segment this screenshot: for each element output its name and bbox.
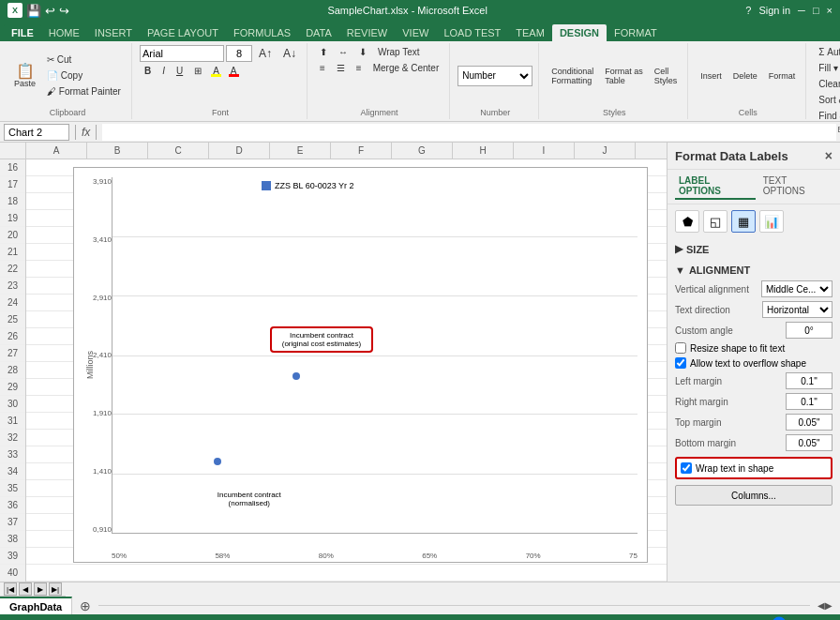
minimize-button[interactable]: ─ (798, 5, 805, 16)
gridline (112, 295, 638, 296)
decrease-font-button[interactable]: A↓ (278, 45, 301, 62)
font-size-input[interactable] (226, 45, 252, 62)
layout-icon-button[interactable]: ▦ (731, 210, 756, 233)
wrap-text-checkbox[interactable] (681, 462, 692, 474)
fill-icon-button[interactable]: ⬟ (675, 210, 699, 233)
data-label-1-text: Incumbent contract (original cost estima… (282, 331, 361, 348)
resize-shape-checkbox[interactable] (675, 342, 686, 354)
font-name-input[interactable] (140, 45, 224, 62)
formula-input[interactable] (102, 124, 836, 141)
align-top-button[interactable]: ⬆ (315, 45, 332, 59)
y-label-5: 1,910 (76, 409, 112, 417)
scroll-track[interactable] (66, 582, 840, 597)
vertical-alignment-select[interactable]: Middle Ce... Top Middle Bottom (761, 280, 832, 297)
underline-button[interactable]: U (172, 64, 188, 78)
conditional-formatting-button[interactable]: ConditionalFormatting (547, 64, 598, 88)
sheet-tab-graphdata[interactable]: GraphData (0, 597, 72, 614)
custom-angle-input[interactable] (786, 322, 832, 339)
tab-team[interactable]: TEAM (508, 24, 552, 41)
quick-access-undo[interactable]: ↩ (45, 4, 55, 18)
bottom-margin-input[interactable] (786, 434, 832, 451)
alignment-header[interactable]: ▼ ALIGNMENT (675, 262, 832, 279)
tab-formulas[interactable]: FORMULAS (226, 24, 298, 41)
data-label-1[interactable]: Incumbent contract (original cost estima… (270, 326, 373, 353)
increase-font-button[interactable]: A↑ (254, 45, 277, 62)
format-as-table-button[interactable]: Format asTable (600, 64, 648, 88)
border-icon-button[interactable]: ◱ (703, 210, 728, 233)
top-margin-input[interactable] (786, 414, 832, 431)
close-button[interactable]: × (827, 5, 832, 16)
gridline (112, 474, 638, 475)
tab-design[interactable]: DESIGN (552, 24, 607, 41)
right-margin-input[interactable] (786, 393, 832, 410)
paste-button[interactable]: 📋 Paste (9, 61, 40, 91)
tab-label-options[interactable]: LABEL OPTIONS (675, 174, 756, 200)
styles-label: Styles (547, 106, 682, 117)
tab-view[interactable]: VIEW (395, 24, 436, 41)
italic-button[interactable]: I (158, 64, 170, 78)
name-box[interactable] (4, 124, 69, 141)
wrap-text-button[interactable]: Wrap Text (373, 45, 425, 59)
tab-home[interactable]: HOME (41, 24, 87, 41)
quick-access-redo[interactable]: ↪ (59, 4, 69, 18)
left-margin-input[interactable] (786, 372, 832, 389)
insert-button[interactable]: Insert (696, 68, 727, 83)
sort-filter-button[interactable]: Sort & Filter ▾ (814, 93, 840, 107)
tab-insert[interactable]: INSERT (87, 24, 140, 41)
copy-button[interactable]: 📄 Copy (42, 68, 126, 83)
tab-format[interactable]: FORMAT (607, 24, 665, 41)
scroll-last-button[interactable]: ▶| (49, 582, 62, 596)
sign-in-button[interactable]: Sign in (758, 5, 790, 16)
number-format-select[interactable]: Number General Currency (458, 66, 532, 86)
scroll-prev-button[interactable]: ◀ (19, 582, 32, 596)
align-bottom-button[interactable]: ⬇ (354, 45, 371, 59)
cell-styles-button[interactable]: CellStyles (650, 64, 682, 88)
add-sheet-button[interactable]: ⊕ (72, 597, 98, 615)
tab-text-options[interactable]: TEXT OPTIONS (759, 174, 832, 200)
format-button[interactable]: Format (764, 68, 801, 83)
cells-area[interactable]: ZZS BL 60-0023 Yr 2 Millions 3,910 3,410… (26, 159, 667, 582)
cells-label: Cells (696, 106, 800, 117)
clear-button[interactable]: Clear = (814, 77, 840, 91)
scroll-indicator: ◀▶ (810, 600, 840, 611)
alignment-section-label: ALIGNMENT (689, 265, 750, 276)
tab-page-layout[interactable]: PAGE LAYOUT (140, 24, 226, 41)
tab-review[interactable]: REVIEW (339, 24, 395, 41)
vertical-alignment-label: Vertical alignment (675, 284, 749, 295)
quick-access-save[interactable]: 💾 (26, 4, 41, 18)
align-center-button[interactable]: ☰ (332, 61, 350, 75)
fill-button[interactable]: Fill ▾ (814, 61, 840, 75)
scroll-first-button[interactable]: |◀ (4, 582, 17, 596)
help-button[interactable]: ? (745, 5, 751, 16)
align-right-button[interactable]: ≡ (352, 61, 367, 75)
allow-overflow-checkbox[interactable] (675, 357, 686, 369)
fill-color-button[interactable]: A (208, 64, 224, 78)
title-bar-controls: ? Sign in ─ □ × (745, 5, 832, 16)
bold-button[interactable]: B (140, 64, 156, 78)
merge-center-button[interactable]: Merge & Center (368, 61, 444, 75)
font-color-button[interactable]: A (226, 64, 242, 78)
panel-close-button[interactable]: × (825, 148, 832, 163)
maximize-button[interactable]: □ (813, 5, 819, 16)
chart-container[interactable]: ZZS BL 60-0023 Yr 2 Millions 3,910 3,410… (73, 167, 648, 563)
cut-button[interactable]: ✂ Cut (42, 53, 126, 67)
tab-file[interactable]: FILE (4, 24, 41, 41)
align-middle-button[interactable]: ↔ (334, 45, 352, 59)
align-left-button[interactable]: ≡ (315, 61, 330, 75)
autosum-button[interactable]: Σ AutoSum ▾ (814, 45, 840, 59)
size-header[interactable]: ▶ SIZE (675, 240, 832, 258)
delete-button[interactable]: Delete (728, 68, 762, 83)
scroll-next-button[interactable]: ▶ (34, 582, 47, 596)
find-select-button[interactable]: Find & Select ▾ (814, 109, 840, 123)
columns-button[interactable]: Columns... (675, 485, 832, 506)
chart-icon-button[interactable]: 📊 (759, 210, 784, 233)
text-direction-select[interactable]: Horizontal Vertical Rotate 90° Rotate 27… (762, 301, 832, 318)
panel-icons-row: ⬟ ◱ ▦ 📊 (668, 204, 840, 238)
horizontal-scrollbar[interactable]: |◀ ◀ ▶ ▶| (0, 582, 840, 596)
borders-button[interactable]: ⊞ (189, 64, 206, 78)
tab-data[interactable]: DATA (298, 24, 339, 41)
plot-gridlines (112, 177, 638, 533)
format-painter-button[interactable]: 🖌 Format Painter (42, 84, 126, 98)
right-margin-label: Right margin (675, 397, 728, 407)
tab-load-test[interactable]: LOAD TEST (436, 24, 508, 41)
